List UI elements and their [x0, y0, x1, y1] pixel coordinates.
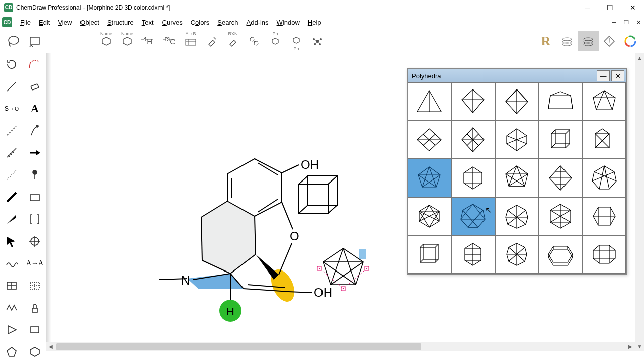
- dashed-line-tool[interactable]: [0, 120, 23, 142]
- polyhedra-hexagonal-prism-large[interactable]: [538, 235, 582, 274]
- text-tool[interactable]: A: [23, 98, 46, 120]
- play-tool[interactable]: [0, 319, 23, 341]
- polyhedra-square-pyramid[interactable]: [451, 82, 495, 121]
- line-tool[interactable]: [0, 75, 23, 98]
- polyhedra-icosahedron[interactable]: [451, 197, 495, 235]
- menu-structure[interactable]: Structure: [103, 17, 138, 28]
- hatched-line-tool[interactable]: [0, 142, 23, 164]
- polyhedra-triaugmented-wedge[interactable]: [582, 82, 626, 121]
- menu-curves[interactable]: Curves: [158, 17, 187, 28]
- atom-label-tool[interactable]: S→O: [0, 98, 23, 120]
- menu-add-ins[interactable]: Add-ins: [242, 17, 272, 28]
- polyhedra-icosahedron-fragment[interactable]: [582, 159, 626, 197]
- polyhedra-rhombic-dodecahedron[interactable]: [538, 197, 582, 235]
- eraser-tool[interactable]: [23, 75, 46, 98]
- dotted-line-tool[interactable]: [0, 164, 23, 186]
- polyhedra-triangular-bipyramid[interactable]: [495, 82, 539, 121]
- polyhedra-tetrahedron[interactable]: [408, 82, 451, 121]
- doc-close-button[interactable]: ✕: [633, 17, 644, 27]
- phenyl-2-button[interactable]: Ph: [286, 31, 307, 51]
- minimize-button[interactable]: ─: [576, 0, 599, 15]
- table-tool[interactable]: [0, 275, 23, 297]
- scroll-up-icon[interactable]: ▲: [635, 53, 644, 62]
- equation-button[interactable]: A→B: [180, 31, 201, 51]
- map-atoms-button[interactable]: [244, 31, 265, 51]
- nmr-13c-button[interactable]: 13C: [159, 31, 180, 51]
- maximize-button[interactable]: ☐: [599, 0, 621, 15]
- polyhedra-triaugmented-triangular-prism[interactable]: [408, 159, 451, 197]
- dashed-lasso-tool[interactable]: [23, 53, 46, 75]
- zigzag-tool[interactable]: [0, 297, 23, 319]
- arrow-tool[interactable]: [0, 230, 23, 252]
- marquee-tool[interactable]: [24, 31, 45, 51]
- fragment-button[interactable]: [307, 31, 328, 51]
- polyhedra-hexagonal-prism[interactable]: [582, 197, 626, 235]
- dotted-table-tool[interactable]: [23, 275, 46, 297]
- polyhedra-cube[interactable]: [538, 121, 582, 159]
- menu-help[interactable]: Help: [304, 17, 326, 28]
- menu-object[interactable]: Object: [76, 17, 103, 28]
- scroll-thumb[interactable]: [56, 343, 421, 350]
- polyhedra-snub-disphenoid[interactable]: [495, 121, 539, 159]
- rectangle-tool[interactable]: [23, 186, 46, 208]
- r-group-button[interactable]: R: [535, 31, 556, 51]
- molecule-drawing[interactable]: OH O N OH H: [112, 129, 373, 340]
- polyhedra-elongated-dodecahedron[interactable]: [451, 235, 495, 274]
- doc-restore-button[interactable]: ❐: [621, 17, 632, 27]
- polyhedra-truncated-octahedron[interactable]: [495, 235, 539, 274]
- panel-minimize-button[interactable]: —: [597, 70, 610, 81]
- bracket-tool[interactable]: [23, 208, 46, 230]
- menu-file[interactable]: File: [16, 17, 35, 28]
- menu-edit[interactable]: Edit: [35, 17, 54, 28]
- refresh-icon[interactable]: [0, 53, 23, 75]
- menu-text[interactable]: Text: [138, 17, 158, 28]
- menu-search[interactable]: Search: [213, 17, 242, 28]
- cube-shape[interactable]: [293, 170, 343, 220]
- scroll-left-icon[interactable]: ◀: [46, 344, 55, 349]
- a-to-a-tool[interactable]: A→A: [23, 252, 46, 275]
- target-tool[interactable]: [23, 230, 46, 252]
- pin-tool[interactable]: [23, 164, 46, 186]
- polyhedra-tridiminished-icosahedron[interactable]: [495, 159, 539, 197]
- clean-structure-button[interactable]: [201, 31, 222, 51]
- polyhedra-octahedron[interactable]: [538, 159, 582, 197]
- google-search-button[interactable]: [620, 31, 641, 51]
- warning-button[interactable]: !: [599, 31, 620, 51]
- polyhedra-augmented-cube[interactable]: [582, 121, 626, 159]
- close-button[interactable]: ✕: [621, 0, 644, 15]
- layers-selected-button[interactable]: [578, 31, 599, 51]
- nmr-1h-button[interactable]: 1H: [138, 31, 159, 51]
- polyhedra-hexagonal-antiprism[interactable]: [408, 197, 451, 235]
- structure-to-name-button[interactable]: Name: [117, 31, 138, 51]
- polyhedron-on-canvas[interactable]: [315, 244, 371, 295]
- polyhedra-cuboctahedron[interactable]: [495, 197, 539, 235]
- menu-window[interactable]: Window: [273, 17, 304, 28]
- menu-view[interactable]: View: [54, 17, 76, 28]
- panel-close-button[interactable]: ✕: [611, 70, 624, 81]
- layers-button[interactable]: [556, 31, 578, 51]
- wavy-line-tool[interactable]: [0, 252, 23, 275]
- pen-tool[interactable]: [23, 120, 46, 142]
- scroll-down-icon[interactable]: ▼: [635, 342, 644, 351]
- vertical-scrollbar[interactable]: ▲ ▼: [635, 53, 644, 351]
- polyhedra-trigonal-prism[interactable]: [538, 82, 582, 121]
- stamp-tool[interactable]: [23, 297, 46, 319]
- pentagon-tool[interactable]: [0, 341, 23, 362]
- arrow-right-icon[interactable]: [23, 142, 46, 164]
- wedge-tool[interactable]: [0, 208, 23, 230]
- rxn-button[interactable]: RXN: [222, 31, 244, 51]
- polyhedra-elongated-square-pyramid[interactable]: [451, 159, 495, 197]
- menu-colors[interactable]: Colors: [187, 17, 214, 28]
- polyhedra-octagonal-prism[interactable]: [582, 235, 626, 274]
- polyhedra-panel-header[interactable]: Polyhedra — ✕: [408, 69, 626, 82]
- horizontal-scrollbar[interactable]: ◀ ▶: [46, 342, 635, 351]
- bold-line-tool[interactable]: [0, 186, 23, 208]
- hexagon-tool[interactable]: [23, 341, 46, 362]
- polyhedra-cube-outline[interactable]: [408, 235, 451, 274]
- box-tool[interactable]: [23, 319, 46, 341]
- lasso-tool[interactable]: [3, 31, 24, 51]
- polyhedra-gyrobifastigium[interactable]: [408, 121, 451, 159]
- scroll-right-icon[interactable]: ▶: [626, 344, 635, 349]
- polyhedra-pentagonal-bipyramid[interactable]: [451, 121, 495, 159]
- doc-minimize-button[interactable]: ─: [609, 17, 620, 27]
